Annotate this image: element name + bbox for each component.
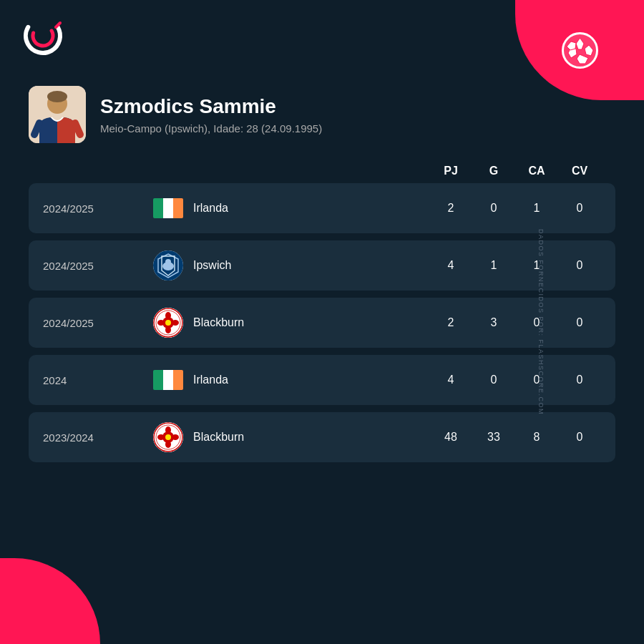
row-g: 33 — [472, 431, 515, 444]
svg-point-18 — [165, 320, 171, 326]
svg-point-0 — [21, 14, 64, 57]
g-header: G — [472, 165, 515, 177]
row-pj: 2 — [429, 316, 472, 329]
football-icon — [560, 31, 600, 70]
row-logo — [143, 198, 193, 218]
row-season: 2024 — [43, 374, 143, 386]
row-logo — [143, 250, 193, 280]
flag-stripe-green — [153, 370, 163, 390]
row-pj: 4 — [429, 374, 472, 386]
blackburn-logo-2 — [153, 422, 183, 452]
row-ca: 0 — [515, 374, 558, 386]
row-team-name: Irlanda — [193, 374, 429, 386]
svg-point-19 — [165, 312, 171, 319]
table-row: 2024/2025 — [29, 298, 615, 348]
flag-stripe-orange — [173, 198, 183, 218]
flag-stripe-orange — [173, 370, 183, 390]
table-row: 2024 Irlanda 4 0 0 0 — [29, 355, 615, 405]
svg-point-31 — [172, 434, 179, 440]
row-team-name: Blackburn — [193, 316, 429, 329]
side-attribution-text: DADOS FORNECIDOS POR: FLASHSCORE.COM — [537, 229, 545, 415]
row-team-name: Blackburn — [193, 431, 429, 444]
svg-point-30 — [157, 434, 165, 440]
player-avatar-image — [29, 86, 86, 143]
svg-point-15 — [165, 259, 171, 265]
top-left-logo-area — [0, 0, 86, 72]
row-cv: 0 — [558, 202, 601, 215]
svg-point-27 — [165, 434, 171, 440]
cv-header: CV — [558, 165, 601, 177]
player-name: Szmodics Sammie — [100, 95, 322, 118]
row-logo — [143, 308, 193, 338]
table-headers: PJ G CA CV — [29, 165, 615, 177]
ireland-flag — [153, 370, 183, 390]
row-cv: 0 — [558, 431, 601, 444]
row-team-name: Ipswich — [193, 259, 429, 272]
row-logo — [143, 422, 193, 452]
row-season: 2024/2025 — [43, 203, 143, 215]
row-pj: 2 — [429, 202, 472, 215]
player-avatar — [29, 86, 86, 143]
row-ca: 1 — [515, 259, 558, 272]
stats-table: 2024/2025 Irlanda 2 0 1 0 2024/2025 — [29, 183, 615, 462]
row-ca: 0 — [515, 316, 558, 329]
table-row: 2024/2025 Ipswich 4 1 — [29, 240, 615, 291]
svg-point-29 — [165, 441, 171, 448]
row-cv: 0 — [558, 374, 601, 386]
svg-point-21 — [157, 320, 165, 326]
ipswich-logo — [153, 250, 183, 280]
row-season: 2023/2024 — [43, 431, 143, 444]
pj-header: PJ — [429, 165, 472, 177]
player-subtitle: Meio-Campo (Ipswich), Idade: 28 (24.09.1… — [100, 122, 322, 135]
flag-stripe-white — [163, 198, 173, 218]
table-row: 2023/2024 Blackburn — [29, 412, 615, 462]
row-g: 0 — [472, 202, 515, 215]
main-content: Szmodics Sammie Meio-Campo (Ipswich), Id… — [29, 86, 615, 572]
row-cv: 0 — [558, 316, 601, 329]
row-season: 2024/2025 — [43, 260, 143, 272]
blackburn-logo — [153, 308, 183, 338]
brand-logo-icon — [21, 14, 64, 57]
top-right-decoration — [515, 0, 644, 100]
row-season: 2024/2025 — [43, 317, 143, 329]
row-pj: 48 — [429, 431, 472, 444]
svg-point-12 — [47, 91, 67, 102]
row-team-name: Irlanda — [193, 202, 429, 215]
row-cv: 0 — [558, 259, 601, 272]
flag-stripe-white — [163, 370, 173, 390]
svg-point-28 — [165, 426, 171, 434]
player-header: Szmodics Sammie Meio-Campo (Ipswich), Id… — [29, 86, 615, 143]
ireland-flag — [153, 198, 183, 218]
row-g: 3 — [472, 316, 515, 329]
svg-point-20 — [165, 326, 171, 333]
flag-stripe-green — [153, 198, 163, 218]
svg-point-1 — [29, 22, 57, 49]
ca-header: CA — [515, 165, 558, 177]
svg-point-22 — [172, 320, 179, 326]
row-ca: 8 — [515, 431, 558, 444]
player-info: Szmodics Sammie Meio-Campo (Ipswich), Id… — [100, 95, 322, 135]
row-logo — [143, 370, 193, 390]
row-ca: 1 — [515, 202, 558, 215]
row-g: 0 — [472, 374, 515, 386]
row-g: 1 — [472, 259, 515, 272]
row-pj: 4 — [429, 259, 472, 272]
table-row: 2024/2025 Irlanda 2 0 1 0 — [29, 183, 615, 233]
